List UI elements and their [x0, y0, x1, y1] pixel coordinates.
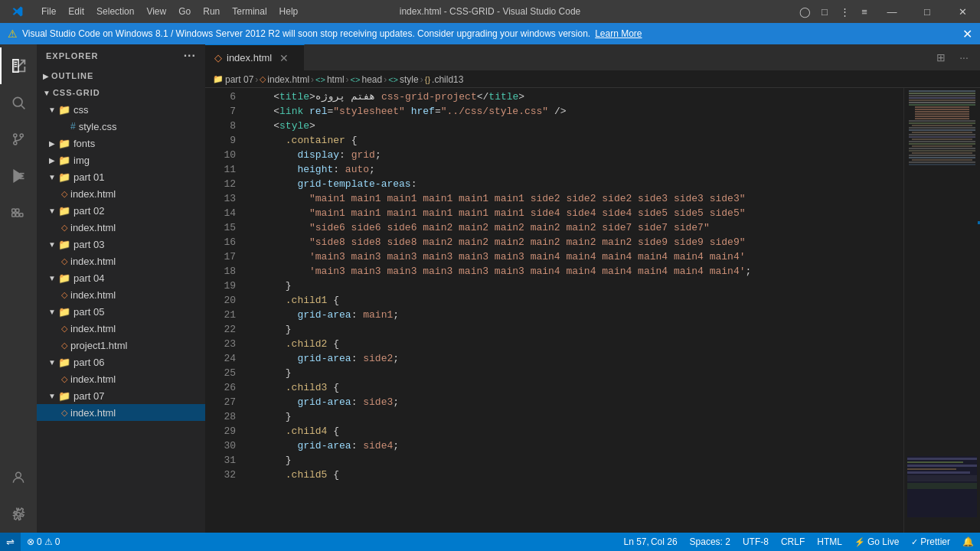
- explorer-menu-button[interactable]: ···: [184, 49, 196, 63]
- activity-search[interactable]: [0, 84, 37, 121]
- code-line-8: <style>: [243, 119, 896, 133]
- tab-close-button[interactable]: ✕: [279, 52, 289, 64]
- encoding-label: UTF-8: [743, 536, 769, 547]
- learn-more-link[interactable]: Learn More: [595, 28, 642, 39]
- breadcrumb-child13-label: .child13: [432, 74, 463, 85]
- breadcrumb-child13[interactable]: {} .child13: [425, 74, 464, 85]
- folder-part07[interactable]: ▼ 📁 part 07: [37, 387, 205, 404]
- outline-section[interactable]: ▶ OUTLINE: [37, 67, 205, 84]
- folder-part06[interactable]: ▼ 📁 part 06: [37, 354, 205, 370]
- tab-index-html[interactable]: ◇ index.html ✕: [205, 44, 305, 70]
- file-part02-index[interactable]: ◇ index.html: [37, 219, 205, 236]
- close-button[interactable]: ✕: [945, 0, 980, 23]
- file-part01-index[interactable]: ◇ index.html: [37, 185, 205, 202]
- file-part05-index[interactable]: ◇ index.html: [37, 320, 205, 337]
- folder-part03-label: part 03: [74, 239, 104, 250]
- code-line-13: "main1 main1 main1 main1 main1 main1 sid…: [243, 191, 896, 206]
- menu-help[interactable]: Help: [273, 5, 305, 18]
- go-live-label: Go Live: [867, 536, 899, 547]
- file-part05-index-label: index.html: [70, 323, 116, 334]
- maximize-button[interactable]: □: [910, 0, 945, 23]
- activity-account[interactable]: [0, 459, 37, 496]
- file-part04-index[interactable]: ◇ index.html: [37, 286, 205, 303]
- folder-css[interactable]: ▼ 📁 css: [37, 101, 205, 118]
- svg-rect-14: [12, 209, 15, 212]
- file-part07-index-label: index.html: [70, 407, 116, 419]
- prettier-label: Prettier: [920, 536, 950, 547]
- code-content[interactable]: <title>هفتم پروژه css-grid-project</titl…: [243, 88, 980, 533]
- folder-part04[interactable]: ▼ 📁 part 04: [37, 269, 205, 286]
- svg-rect-13: [16, 214, 19, 217]
- file-style-css[interactable]: # style.css: [37, 118, 205, 135]
- code-line-20: .child1 {: [243, 293, 896, 308]
- breadcrumb-html[interactable]: <> html: [315, 74, 345, 85]
- file-tree: ▼ 📁 css # style.css ▶ 📁 fonts ▶ 📁 img: [37, 101, 205, 533]
- minimize-button[interactable]: —: [874, 0, 910, 23]
- status-spaces[interactable]: Spaces: 2: [684, 533, 737, 551]
- breadcrumb-indexhtml[interactable]: ◇ index.html: [260, 74, 309, 85]
- split-editor-button[interactable]: ⊞: [931, 47, 951, 67]
- status-prettier[interactable]: ✓ Prettier: [905, 533, 956, 551]
- folder-img[interactable]: ▶ 📁 img: [37, 152, 205, 168]
- status-encoding[interactable]: UTF-8: [737, 533, 775, 551]
- folder-part06-label: part 06: [74, 357, 104, 368]
- breadcrumb-style[interactable]: <> style: [388, 74, 419, 85]
- activity-settings[interactable]: [0, 496, 37, 533]
- breadcrumb-head[interactable]: <> head: [351, 74, 383, 85]
- error-count: 0: [37, 536, 42, 547]
- code-line-9: .container {: [243, 133, 896, 148]
- bell-icon: 🔔: [962, 536, 974, 547]
- status-bar: ⇌ ⊗ 0 ⚠ 0 Ln 57, Col 26 Spaces: 2 UTF-8 …: [0, 533, 980, 551]
- breadcrumb-style-label: style: [400, 74, 419, 85]
- prettier-icon: ✓: [911, 537, 918, 547]
- file-part03-index-label: index.html: [70, 256, 116, 267]
- spaces-label: Spaces: 2: [690, 536, 730, 547]
- folder-fonts[interactable]: ▶ 📁 fonts: [37, 135, 205, 152]
- layout-btn-4[interactable]: ≡: [854, 0, 874, 23]
- notif-close-button[interactable]: ✕: [962, 27, 972, 41]
- code-line-32: .child5 {: [243, 468, 896, 482]
- menu-file[interactable]: File: [35, 5, 62, 18]
- breadcrumb-part07-label: part 07: [225, 74, 253, 85]
- status-line-ending[interactable]: CRLF: [775, 533, 811, 551]
- menu-run[interactable]: Run: [197, 5, 226, 18]
- remote-indicator[interactable]: ⇌: [0, 533, 21, 551]
- layout-btn-1[interactable]: ◯: [795, 0, 815, 23]
- file-style-css-label: style.css: [79, 121, 117, 132]
- file-part03-index[interactable]: ◇ index.html: [37, 253, 205, 269]
- code-line-23: .child2 {: [243, 337, 896, 351]
- activity-explorer[interactable]: [0, 47, 37, 84]
- breadcrumb-style-icon: <>: [388, 75, 398, 84]
- svg-rect-12: [12, 214, 15, 217]
- breadcrumb-html-label: html: [327, 74, 345, 85]
- status-errors[interactable]: ⊗ 0 ⚠ 0: [21, 533, 66, 551]
- menu-view[interactable]: View: [140, 5, 172, 18]
- folder-part03[interactable]: ▼ 📁 part 03: [37, 236, 205, 253]
- more-actions-button[interactable]: ···: [954, 47, 974, 67]
- layout-btn-3[interactable]: ⋮: [835, 0, 854, 23]
- folder-part01[interactable]: ▼ 📁 part 01: [37, 168, 205, 185]
- status-bell[interactable]: 🔔: [956, 533, 980, 551]
- file-part06-index[interactable]: ◇ index.html: [37, 370, 205, 387]
- layout-btn-2[interactable]: □: [815, 0, 835, 23]
- breadcrumb-part07[interactable]: 📁 part 07: [213, 74, 253, 85]
- folder-part05[interactable]: ▼ 📁 part 05: [37, 303, 205, 320]
- menu-edit[interactable]: Edit: [62, 5, 90, 18]
- status-line-col[interactable]: Ln 57, Col 26: [618, 533, 684, 551]
- code-line-14: "main1 main1 main1 main1 main1 main1 sid…: [243, 206, 896, 220]
- menu-go[interactable]: Go: [172, 5, 197, 18]
- file-part07-index[interactable]: ◇ index.html: [37, 404, 205, 421]
- folder-part02[interactable]: ▼ 📁 part 02: [37, 202, 205, 219]
- warning-count: 0: [55, 536, 60, 547]
- activity-source-control[interactable]: [0, 121, 37, 158]
- status-go-live[interactable]: ⚡ Go Live: [848, 533, 905, 551]
- activity-run[interactable]: [0, 158, 37, 194]
- status-language[interactable]: HTML: [811, 533, 848, 551]
- file-part05-project1[interactable]: ◇ project1.html: [37, 337, 205, 354]
- code-line-27: grid-area: side3;: [243, 395, 896, 409]
- menu-terminal[interactable]: Terminal: [226, 5, 273, 18]
- activity-extensions[interactable]: [0, 194, 37, 231]
- css-grid-section[interactable]: ▼ CSS-GRID: [37, 84, 205, 101]
- menu-selection[interactable]: Selection: [90, 5, 140, 18]
- folder-part02-label: part 02: [74, 205, 104, 217]
